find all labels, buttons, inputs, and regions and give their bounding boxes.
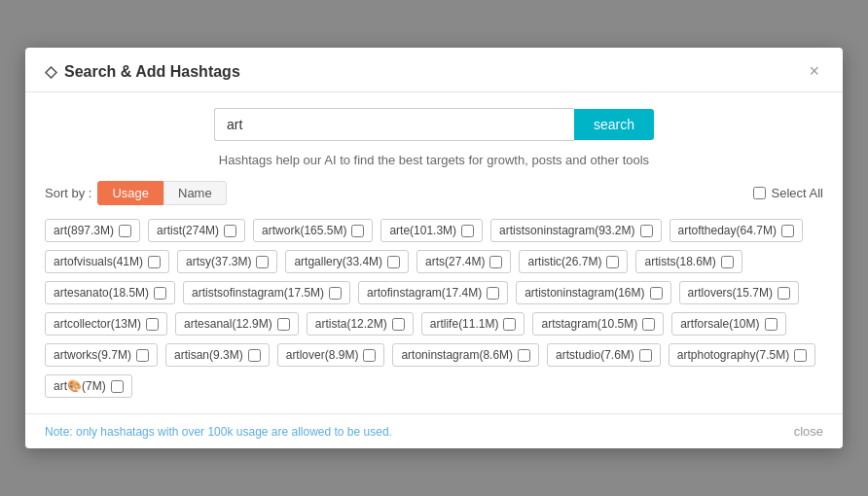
hashtag-checkbox[interactable]	[248, 349, 261, 362]
hashtag-tag[interactable]: artists(18.6M)	[635, 250, 741, 273]
modal-close-button[interactable]: ×	[805, 61, 823, 82]
search-input[interactable]	[214, 108, 574, 141]
hashtag-tag[interactable]: artistic(26.7M)	[519, 250, 628, 273]
hashtag-tag[interactable]: art(897.3M)	[45, 219, 140, 242]
hashtag-checkbox[interactable]	[136, 349, 149, 362]
footer-close-button[interactable]: close	[794, 424, 823, 439]
hashtag-checkbox[interactable]	[224, 225, 236, 237]
hashtag-tag[interactable]: artstagram(10.5M)	[532, 312, 664, 336]
hashtag-tag[interactable]: artsy(37.3M)	[177, 250, 277, 273]
select-all-label: Select All	[772, 186, 823, 200]
hashtag-label: artista(12.2M)	[315, 317, 387, 331]
hashtag-label: artphotography(7.5M)	[677, 348, 789, 362]
hashtag-checkbox[interactable]	[650, 287, 663, 300]
sort-by-label: Sort by :	[45, 186, 91, 200]
hashtag-tag[interactable]: artforsale(10M)	[671, 312, 785, 336]
hashtag-tag[interactable]: art🎨(7M)	[45, 374, 132, 398]
search-button[interactable]: search	[574, 109, 654, 140]
hashtag-checkbox[interactable]	[154, 287, 166, 300]
sort-usage-button[interactable]: Usage	[97, 181, 163, 205]
hashtag-checkbox[interactable]	[778, 287, 790, 300]
hashtag-tag[interactable]: artgallery(33.4M)	[285, 250, 409, 273]
sort-name-button[interactable]: Name	[163, 181, 227, 205]
hashtag-checkbox[interactable]	[721, 256, 734, 268]
hashtag-checkbox[interactable]	[329, 287, 342, 300]
hashtag-label: artstudio(7.6M)	[556, 348, 634, 362]
hashtag-checkbox[interactable]	[146, 318, 159, 331]
hashtag-tag[interactable]: artoninstagram(8.6M)	[392, 343, 539, 367]
hashtag-label: art(897.3M)	[54, 224, 114, 237]
hashtag-tag[interactable]: artistsoninstagram(93.2M)	[490, 219, 661, 242]
hashtag-grid: art(897.3M)artist(274M)artwork(165.5M)ar…	[45, 219, 823, 398]
hashtag-checkbox[interactable]	[256, 256, 269, 268]
hashtag-tag[interactable]: artlovers(15.7M)	[679, 281, 799, 304]
hashtag-checkbox[interactable]	[148, 256, 161, 268]
hashtag-tag[interactable]: artist(274M)	[148, 219, 245, 242]
hashtag-tag[interactable]: arts(27.4M)	[416, 250, 511, 273]
footer-note: Note: only hashatags with over 100k usag…	[45, 425, 392, 439]
hashtag-tag[interactable]: artwork(165.5M)	[253, 219, 373, 242]
search-row: search	[45, 108, 823, 141]
hashtag-checkbox[interactable]	[277, 318, 290, 331]
hashtag-label: artists(18.6M)	[644, 255, 715, 268]
hashtag-checkbox[interactable]	[487, 287, 499, 300]
hashtag-tag[interactable]: artcollector(13M)	[45, 312, 167, 336]
hashtag-checkbox[interactable]	[640, 225, 653, 237]
hashtag-tag[interactable]: artoftheday(64.7M)	[669, 219, 803, 242]
hashtag-label: artistoninstagram(16M)	[524, 286, 644, 300]
hashtag-label: artgallery(33.4M)	[294, 255, 382, 268]
sort-options: Usage Name	[97, 181, 226, 205]
sort-controls: Sort by : Usage Name	[45, 181, 227, 205]
hashtag-label: artcollector(13M)	[54, 317, 141, 331]
modal-title-text: Search & Add Hashtags	[64, 63, 240, 81]
hashtag-tag[interactable]: artofinstagram(17.4M)	[358, 281, 508, 304]
hashtag-tag[interactable]: artesanal(12.9M)	[175, 312, 299, 336]
select-all-row: Select All	[753, 186, 823, 200]
hashtag-tag[interactable]: artworks(9.7M)	[45, 343, 158, 367]
hashtag-tag[interactable]: artphotography(7.5M)	[669, 343, 815, 367]
hashtag-tag[interactable]: artisan(9.3M)	[165, 343, 270, 367]
hashtag-checkbox[interactable]	[765, 318, 778, 331]
modal-body: search Hashtags help our AI to find the …	[25, 92, 843, 413]
hashtag-checkbox[interactable]	[489, 256, 502, 268]
hashtag-tag[interactable]: artistoninstagram(16M)	[516, 281, 670, 304]
hashtag-checkbox[interactable]	[111, 380, 124, 393]
hashtag-checkbox[interactable]	[351, 225, 364, 237]
hashtag-checkbox[interactable]	[392, 318, 405, 331]
hashtag-label: artlife(11.1M)	[430, 317, 499, 331]
hashtag-checkbox[interactable]	[794, 349, 807, 362]
select-all-checkbox[interactable]	[753, 187, 766, 199]
hashtag-label: artofinstagram(17.4M)	[367, 286, 482, 300]
hashtag-checkbox[interactable]	[781, 225, 794, 237]
hashtag-label: artofvisuals(41M)	[54, 255, 143, 268]
hashtag-label: artsy(37.3M)	[186, 255, 251, 268]
hashtag-label: artesanal(12.9M)	[184, 317, 272, 331]
hashtag-checkbox[interactable]	[503, 318, 516, 331]
hashtag-tag[interactable]: artistsofinstagram(17.5M)	[183, 281, 350, 304]
hashtag-checkbox[interactable]	[639, 349, 652, 362]
hashtag-checkbox[interactable]	[387, 256, 400, 268]
hashtag-label: artesanato(18.5M)	[54, 286, 149, 300]
hashtag-tag[interactable]: arte(101.3M)	[380, 219, 483, 242]
hashtag-tag[interactable]: artofvisuals(41M)	[45, 250, 169, 273]
hashtag-checkbox[interactable]	[461, 225, 474, 237]
hashtag-label: artoftheday(64.7M)	[678, 224, 777, 237]
hashtag-checkbox[interactable]	[606, 256, 619, 268]
hashtag-tag[interactable]: artstudio(7.6M)	[547, 343, 661, 367]
hashtag-label: artworks(9.7M)	[54, 348, 131, 362]
hashtag-label: artforsale(10M)	[680, 317, 759, 331]
hashtag-checkbox[interactable]	[642, 318, 655, 331]
hashtag-tag[interactable]: artlife(11.1M)	[421, 312, 525, 336]
hashtag-checkbox[interactable]	[518, 349, 530, 362]
hashtag-label: arts(27.4M)	[425, 255, 485, 268]
hashtag-label: artistsofinstagram(17.5M)	[192, 286, 324, 300]
hashtag-modal: ◇ Search & Add Hashtags × search Hashtag…	[25, 48, 843, 448]
sort-row: Sort by : Usage Name Select All	[45, 181, 823, 205]
hashtag-tag[interactable]: artlover(8.9M)	[277, 343, 385, 367]
tag-icon: ◇	[45, 62, 56, 81]
hashtag-checkbox[interactable]	[363, 349, 376, 362]
hashtag-label: artstagram(10.5M)	[541, 317, 637, 331]
hashtag-checkbox[interactable]	[119, 225, 131, 237]
hashtag-tag[interactable]: artista(12.2M)	[307, 312, 414, 336]
hashtag-tag[interactable]: artesanato(18.5M)	[45, 281, 175, 304]
